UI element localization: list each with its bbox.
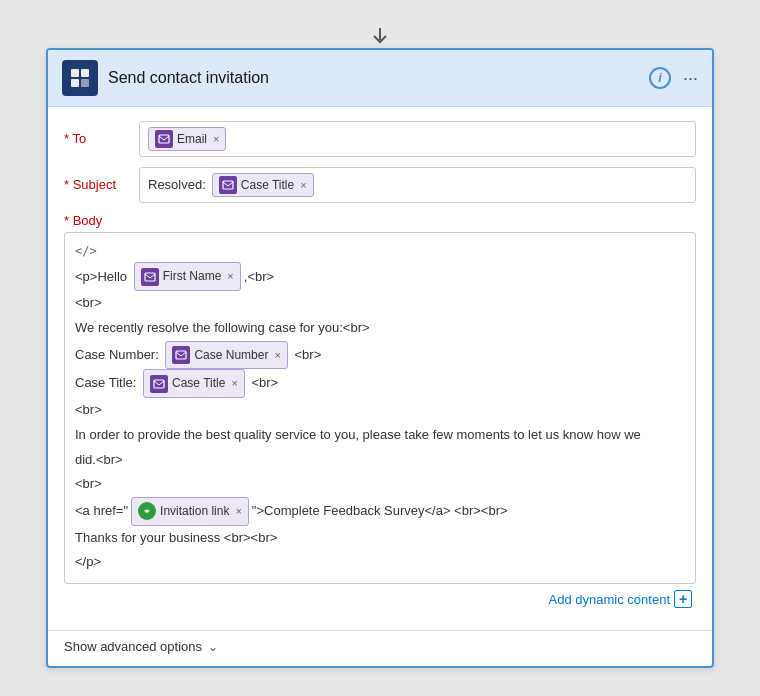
body-line-did: did.<br> — [75, 448, 685, 473]
svg-rect-0 — [71, 69, 79, 77]
add-dynamic-content-label: Add dynamic content — [549, 592, 670, 607]
code-tag: </> — [75, 241, 97, 263]
add-dynamic-plus-icon: + — [674, 590, 692, 608]
body-line-code: </> — [75, 241, 685, 263]
svg-rect-7 — [176, 351, 186, 359]
body-label: * Body — [64, 213, 696, 228]
case-title-body-tag-remove[interactable]: × — [231, 373, 237, 394]
body-line-br2: <br> — [75, 398, 685, 423]
to-label: * To — [64, 131, 129, 146]
more-options-button[interactable]: ··· — [683, 69, 698, 87]
to-field-row: * To Email × — [64, 121, 696, 157]
svg-rect-1 — [81, 69, 89, 77]
case-title-subject-label: Case Title — [241, 178, 294, 192]
card-title: Send contact invitation — [108, 69, 269, 87]
body-line-invitation: <a href=" Invitation link × — [75, 497, 685, 526]
subject-label: * Subject — [64, 177, 129, 192]
body-line-br3: <br> — [75, 472, 685, 497]
body-line-close-p: </p> — [75, 550, 685, 575]
card-header-left: Send contact invitation — [62, 60, 269, 96]
svg-rect-8 — [154, 380, 164, 388]
to-input-box[interactable]: Email × — [139, 121, 696, 157]
invitation-link-icon — [138, 502, 156, 520]
email-tag: Email × — [148, 127, 226, 151]
invitation-link-label: Invitation link — [160, 500, 229, 523]
body-line-case-title: Case Title: Case Title × <br> — [75, 369, 685, 398]
invitation-link-remove[interactable]: × — [235, 501, 241, 522]
show-advanced-label: Show advanced options — [64, 639, 202, 654]
flow-arrow — [46, 28, 714, 44]
case-number-tag-label: Case Number — [194, 344, 268, 367]
outlook-app-icon — [62, 60, 98, 96]
show-advanced-options[interactable]: Show advanced options ⌄ — [48, 630, 712, 666]
subject-prefix: Resolved: — [148, 177, 206, 192]
info-button[interactable]: i — [649, 67, 671, 89]
first-name-tag-label: First Name — [163, 265, 222, 288]
body-line-case-number: Case Number: Case Number × <br> — [75, 341, 685, 370]
subject-field-row: * Subject Resolved: Case Title × — [64, 167, 696, 203]
svg-point-10 — [146, 510, 149, 513]
subject-input-box[interactable]: Resolved: Case Title × — [139, 167, 696, 203]
svg-rect-4 — [159, 135, 169, 143]
body-line-resolve: We recently resolve the following case f… — [75, 316, 685, 341]
case-number-tag: Case Number × — [165, 341, 287, 370]
body-section: * Body </> <p>Hello First Name — [64, 213, 696, 610]
add-dynamic-content-button[interactable]: Add dynamic content + — [549, 590, 692, 608]
first-name-tag: First Name × — [134, 262, 241, 291]
case-title-body-tag-label: Case Title — [172, 372, 225, 395]
svg-rect-5 — [223, 181, 233, 189]
card-header-right: i ··· — [649, 67, 698, 89]
svg-rect-2 — [71, 79, 79, 87]
email-tag-icon — [155, 130, 173, 148]
invitation-link-tag: Invitation link × — [131, 497, 249, 526]
body-line-br1: <br> — [75, 291, 685, 316]
case-title-subject-tag: Case Title × — [212, 173, 314, 197]
first-name-tag-remove[interactable]: × — [227, 266, 233, 287]
case-title-body-tag-icon — [150, 375, 168, 393]
case-title-subject-remove[interactable]: × — [300, 179, 306, 191]
case-title-subject-tag-icon — [219, 176, 237, 194]
body-line-hello: <p>Hello First Name × ,<br> — [75, 262, 685, 291]
body-line-thanks: Thanks for your business <br><br> — [75, 526, 685, 551]
svg-rect-6 — [145, 273, 155, 281]
add-dynamic-row: Add dynamic content + — [64, 584, 696, 610]
case-number-tag-icon — [172, 346, 190, 364]
card-header: Send contact invitation i ··· — [48, 50, 712, 107]
card-body: * To Email × * Subject Resolved: — [48, 107, 712, 630]
body-line-in-order: In order to provide the best quality ser… — [75, 423, 685, 448]
chevron-down-icon: ⌄ — [208, 640, 218, 654]
send-contact-invitation-card: Send contact invitation i ··· * To — [46, 48, 714, 668]
case-title-body-tag: Case Title × — [143, 369, 245, 398]
body-editor[interactable]: </> <p>Hello First Name × ,<br> — [64, 232, 696, 584]
email-tag-remove[interactable]: × — [213, 133, 219, 145]
case-number-tag-remove[interactable]: × — [274, 345, 280, 366]
svg-rect-3 — [81, 79, 89, 87]
email-tag-label: Email — [177, 132, 207, 146]
first-name-tag-icon — [141, 268, 159, 286]
